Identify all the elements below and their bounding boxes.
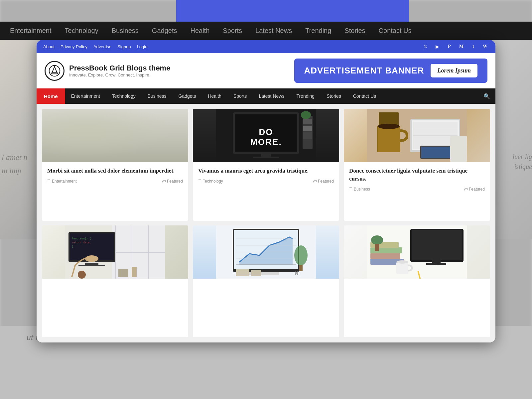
nav-stories[interactable]: Stories bbox=[321, 88, 347, 104]
card-1-title: Morbi sit amet nulla sed dolor elementum… bbox=[47, 167, 183, 175]
svg-text:return data;: return data; bbox=[72, 241, 91, 244]
medium-icon[interactable]: 𝐌 bbox=[458, 43, 465, 50]
card-1-category: ☰ Entertainment bbox=[47, 179, 77, 184]
twitter-icon[interactable]: 𝕏 bbox=[422, 43, 429, 50]
bg-nav-item: Entertainment bbox=[10, 27, 52, 35]
svg-rect-84 bbox=[396, 262, 408, 274]
signup-link[interactable]: Signup bbox=[117, 44, 131, 49]
svg-rect-9 bbox=[108, 151, 122, 153]
pinterest-icon[interactable]: 𝐏 bbox=[446, 43, 453, 50]
card-2-category-label: Technology bbox=[203, 179, 223, 184]
bg-nav-item: Trending bbox=[305, 27, 331, 35]
nav-technology[interactable]: Technology bbox=[106, 88, 142, 104]
card-3-meta: ☰ Business 🏷 Featured bbox=[349, 187, 485, 192]
main-nav: Home Entertainment Technology Business G… bbox=[37, 88, 495, 104]
card-2: DO MORE. Vivamus a mauris eget arcu grav… bbox=[193, 109, 339, 221]
nav-items: Entertainment Technology Business Gadget… bbox=[65, 88, 478, 104]
svg-rect-22 bbox=[303, 119, 312, 124]
wordpress-icon[interactable]: 𝐖 bbox=[481, 43, 489, 50]
featured-icon: 🏷 bbox=[162, 179, 166, 183]
card-2-title: Vivamus a mauris eget arcu gravida trist… bbox=[198, 167, 334, 175]
card-4-image: function() { return data; } bbox=[42, 225, 188, 279]
site-title: PressBook Grid Blogs theme bbox=[69, 64, 170, 72]
svg-marker-1 bbox=[52, 66, 58, 74]
svg-text:MORE.: MORE. bbox=[250, 137, 282, 147]
site-logo[interactable] bbox=[45, 61, 65, 81]
svg-rect-3 bbox=[65, 109, 165, 162]
svg-point-85 bbox=[396, 260, 408, 264]
svg-rect-44 bbox=[112, 252, 165, 253]
card-1-body: Morbi sit amet nulla sed dolor elementum… bbox=[42, 162, 188, 221]
nav-entertainment[interactable]: Entertainment bbox=[65, 88, 106, 104]
card-1: Morbi sit amet nulla sed dolor elementum… bbox=[42, 109, 188, 221]
nav-health[interactable]: Health bbox=[202, 88, 227, 104]
card-3-title: Donec consectetuer ligula vulputate sem … bbox=[349, 167, 485, 183]
bg-nav-item: Contact Us bbox=[379, 27, 412, 35]
category-icon-3: ☰ bbox=[349, 187, 352, 191]
svg-point-54 bbox=[78, 271, 86, 279]
svg-rect-12 bbox=[132, 139, 155, 156]
card-5-image: ⌘ bbox=[193, 225, 339, 279]
card-2-category: ☰ Technology bbox=[198, 179, 223, 184]
svg-point-82 bbox=[371, 235, 383, 245]
card-2-meta: ☰ Technology 🏷 Featured bbox=[198, 179, 334, 184]
card-2-featured-label: Featured bbox=[318, 179, 334, 184]
card-4-svg: function() { return data; } bbox=[42, 225, 188, 279]
svg-rect-20 bbox=[253, 157, 279, 158]
svg-rect-70 bbox=[236, 269, 249, 276]
card-6: ⌘ bbox=[344, 225, 490, 337]
privacy-policy-link[interactable]: Privacy Policy bbox=[61, 44, 87, 49]
about-link[interactable]: About bbox=[43, 44, 55, 49]
card-2-image: DO MORE. bbox=[193, 109, 339, 162]
youtube-icon[interactable]: ▶ bbox=[434, 43, 441, 50]
card-1-image bbox=[42, 109, 188, 162]
svg-rect-10 bbox=[98, 153, 132, 155]
card-3-category: ☰ Business bbox=[349, 187, 370, 192]
bg-nav-item: Sports bbox=[223, 27, 242, 35]
svg-rect-11 bbox=[68, 129, 85, 152]
nav-business[interactable]: Business bbox=[142, 88, 173, 104]
svg-rect-37 bbox=[421, 147, 453, 158]
ad-banner-button[interactable]: Lorem Ipsum bbox=[431, 64, 477, 77]
nav-home[interactable]: Home bbox=[37, 88, 65, 104]
svg-point-35 bbox=[378, 124, 400, 129]
nav-trending[interactable]: Trending bbox=[290, 88, 321, 104]
card-6-body bbox=[344, 279, 490, 337]
card-6-svg: ⌘ bbox=[344, 225, 490, 279]
svg-rect-79 bbox=[370, 253, 400, 259]
nav-latest-news[interactable]: Latest News bbox=[253, 88, 290, 104]
search-icon[interactable]: 🔍 bbox=[478, 93, 495, 99]
svg-text:function() {: function() { bbox=[72, 237, 91, 240]
card-2-body: Vivamus a mauris eget arcu gravida trist… bbox=[193, 162, 339, 221]
card-3-svg bbox=[344, 109, 490, 162]
login-link[interactable]: Login bbox=[137, 44, 148, 49]
featured-icon-3: 🏷 bbox=[464, 187, 467, 191]
card-1-svg bbox=[42, 109, 188, 162]
svg-point-68 bbox=[294, 245, 308, 265]
category-icon-2: ☰ bbox=[198, 179, 201, 183]
category-icon: ☰ bbox=[47, 179, 51, 183]
nav-sports[interactable]: Sports bbox=[227, 88, 253, 104]
bg-blue-bar bbox=[176, 0, 409, 22]
card-3: Donec consectetuer ligula vulputate sem … bbox=[344, 109, 490, 221]
card-3-featured: 🏷 Featured bbox=[464, 187, 485, 192]
card-1-meta: ☰ Entertainment 🏷 Featured bbox=[47, 179, 183, 184]
nav-gadgets[interactable]: Gadgets bbox=[173, 88, 202, 104]
svg-rect-4 bbox=[85, 114, 145, 151]
svg-rect-55 bbox=[118, 269, 128, 277]
tumblr-icon[interactable]: 𝐭 bbox=[469, 43, 477, 50]
svg-rect-23 bbox=[303, 126, 312, 131]
logo-area: PressBook Grid Blogs theme Innovate. Exp… bbox=[45, 61, 170, 81]
advertise-link[interactable]: Advertise bbox=[93, 44, 111, 49]
card-3-image bbox=[344, 109, 490, 162]
nav-contact-us[interactable]: Contact Us bbox=[347, 88, 382, 104]
svg-rect-69 bbox=[299, 265, 303, 271]
svg-rect-77 bbox=[426, 263, 446, 265]
bg-top-nav: Entertainment Technology Business Gadget… bbox=[0, 22, 532, 40]
ad-banner[interactable]: ADVERTISEMENT BANNER Lorem Ipsum bbox=[294, 59, 487, 83]
svg-rect-38 bbox=[450, 136, 467, 162]
card-1-featured-label: Featured bbox=[167, 179, 183, 184]
svg-rect-50 bbox=[85, 263, 98, 265]
site-header: PressBook Grid Blogs theme Innovate. Exp… bbox=[37, 53, 495, 88]
utility-bar: About Privacy Policy Advertise Signup Lo… bbox=[37, 40, 495, 53]
